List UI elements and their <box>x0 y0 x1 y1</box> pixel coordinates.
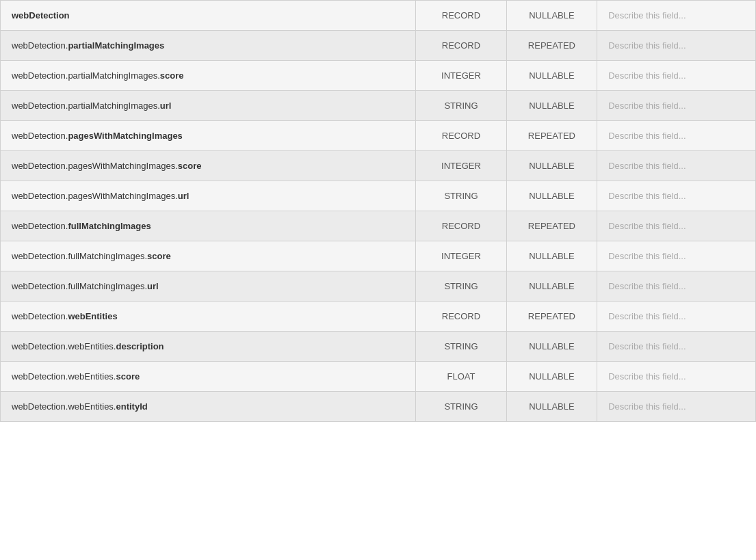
field-type-cell: STRING <box>416 181 506 211</box>
table-row: webDetection.partialMatchingImagesRECORD… <box>1 31 756 61</box>
field-name-cell: webDetection.pagesWithMatchingImages.sco… <box>1 151 416 181</box>
field-name-cell: webDetection <box>1 1 416 31</box>
field-description-cell[interactable]: Describe this field... <box>597 362 756 392</box>
table-row: webDetection.partialMatchingImages.score… <box>1 61 756 91</box>
field-mode-cell: REPEATED <box>506 121 597 151</box>
field-name-cell: webDetection.fullMatchingImages.score <box>1 241 416 271</box>
field-description-cell[interactable]: Describe this field... <box>597 271 756 302</box>
field-type-cell: STRING <box>416 332 506 362</box>
field-prefix: webDetection. <box>12 221 68 231</box>
field-prefix: webDetection.pagesWithMatchingImages. <box>12 161 178 171</box>
field-prefix: webDetection.pagesWithMatchingImages. <box>12 191 178 201</box>
field-mode-cell: NULLABLE <box>506 151 597 181</box>
field-type-cell: RECORD <box>416 31 506 61</box>
field-description-cell[interactable]: Describe this field... <box>597 392 756 422</box>
field-mode-cell: NULLABLE <box>506 241 597 271</box>
field-prefix: webDetection. <box>12 311 68 321</box>
field-description-cell[interactable]: Describe this field... <box>597 31 756 61</box>
field-bold: score <box>178 161 202 171</box>
field-name-cell: webDetection.webEntities.score <box>1 362 416 392</box>
table-row: webDetection.webEntities.descriptionSTRI… <box>1 332 756 362</box>
field-mode-cell: NULLABLE <box>506 1 597 31</box>
field-prefix: webDetection.webEntities. <box>12 371 116 382</box>
field-prefix: webDetection.partialMatchingImages. <box>12 70 160 81</box>
field-type-cell: INTEGER <box>416 151 506 181</box>
field-description-cell[interactable]: Describe this field... <box>597 211 756 241</box>
field-mode-cell: NULLABLE <box>506 332 597 362</box>
field-bold: partialMatchingImages <box>68 40 164 51</box>
field-description-cell[interactable]: Describe this field... <box>597 91 756 121</box>
field-bold: webDetection <box>12 10 70 21</box>
field-prefix: webDetection.webEntities. <box>12 401 116 412</box>
table-row: webDetection.fullMatchingImages.scoreINT… <box>1 241 756 271</box>
field-bold: score <box>160 70 184 81</box>
field-name-cell: webDetection.partialMatchingImages.url <box>1 91 416 121</box>
field-bold: url <box>147 281 159 291</box>
field-mode-cell: NULLABLE <box>506 181 597 211</box>
field-prefix: webDetection.fullMatchingImages. <box>12 281 147 291</box>
field-mode-cell: NULLABLE <box>506 61 597 91</box>
table-row: webDetection.fullMatchingImagesRECORDREP… <box>1 211 756 241</box>
field-description-cell[interactable]: Describe this field... <box>597 302 756 332</box>
table-row: webDetection.pagesWithMatchingImagesRECO… <box>1 121 756 151</box>
field-bold: score <box>147 251 171 261</box>
table-row: webDetection.pagesWithMatchingImages.url… <box>1 181 756 211</box>
field-prefix: webDetection. <box>12 131 68 141</box>
table-row: webDetection.webEntities.entityIdSTRINGN… <box>1 392 756 422</box>
field-name-cell: webDetection.pagesWithMatchingImages <box>1 121 416 151</box>
field-bold: url <box>160 101 172 111</box>
table-row: webDetection.partialMatchingImages.urlST… <box>1 91 756 121</box>
field-description-cell[interactable]: Describe this field... <box>597 332 756 362</box>
field-description-cell[interactable]: Describe this field... <box>597 151 756 181</box>
field-mode-cell: NULLABLE <box>506 362 597 392</box>
field-type-cell: STRING <box>416 392 506 422</box>
field-type-cell: INTEGER <box>416 241 506 271</box>
field-mode-cell: NULLABLE <box>506 392 597 422</box>
field-bold: description <box>116 341 164 351</box>
field-type-cell: FLOAT <box>416 362 506 392</box>
field-name-cell: webDetection.pagesWithMatchingImages.url <box>1 181 416 211</box>
schema-table: webDetectionRECORDNULLABLEDescribe this … <box>0 0 756 422</box>
field-bold: webEntities <box>68 311 117 321</box>
field-prefix: webDetection. <box>12 40 68 51</box>
field-bold: pagesWithMatchingImages <box>68 131 182 141</box>
field-type-cell: RECORD <box>416 1 506 31</box>
field-mode-cell: NULLABLE <box>506 91 597 121</box>
field-type-cell: RECORD <box>416 302 506 332</box>
table-row: webDetection.pagesWithMatchingImages.sco… <box>1 151 756 181</box>
field-mode-cell: REPEATED <box>506 31 597 61</box>
table-row: webDetectionRECORDNULLABLEDescribe this … <box>1 1 756 31</box>
table-row: webDetection.fullMatchingImages.urlSTRIN… <box>1 271 756 302</box>
field-prefix: webDetection.webEntities. <box>12 341 116 351</box>
field-type-cell: STRING <box>416 91 506 121</box>
field-description-cell[interactable]: Describe this field... <box>597 61 756 91</box>
field-name-cell: webDetection.fullMatchingImages <box>1 211 416 241</box>
field-description-cell[interactable]: Describe this field... <box>597 241 756 271</box>
field-type-cell: INTEGER <box>416 61 506 91</box>
field-bold: score <box>116 371 140 382</box>
field-bold: fullMatchingImages <box>68 221 151 231</box>
field-type-cell: RECORD <box>416 121 506 151</box>
field-type-cell: RECORD <box>416 211 506 241</box>
field-name-cell: webDetection.partialMatchingImages.score <box>1 61 416 91</box>
table-row: webDetection.webEntitiesRECORDREPEATEDDe… <box>1 302 756 332</box>
field-type-cell: STRING <box>416 271 506 302</box>
field-description-cell[interactable]: Describe this field... <box>597 121 756 151</box>
field-mode-cell: REPEATED <box>506 302 597 332</box>
field-bold: url <box>178 191 190 201</box>
field-description-cell[interactable]: Describe this field... <box>597 1 756 31</box>
field-name-cell: webDetection.webEntities.description <box>1 332 416 362</box>
field-prefix: webDetection.fullMatchingImages. <box>12 251 147 261</box>
field-bold: entityId <box>116 401 147 412</box>
field-name-cell: webDetection.fullMatchingImages.url <box>1 271 416 302</box>
field-name-cell: webDetection.partialMatchingImages <box>1 31 416 61</box>
field-prefix: webDetection.partialMatchingImages. <box>12 101 160 111</box>
field-description-cell[interactable]: Describe this field... <box>597 181 756 211</box>
field-mode-cell: REPEATED <box>506 211 597 241</box>
field-name-cell: webDetection.webEntities <box>1 302 416 332</box>
field-mode-cell: NULLABLE <box>506 271 597 302</box>
field-name-cell: webDetection.webEntities.entityId <box>1 392 416 422</box>
table-row: webDetection.webEntities.scoreFLOATNULLA… <box>1 362 756 392</box>
